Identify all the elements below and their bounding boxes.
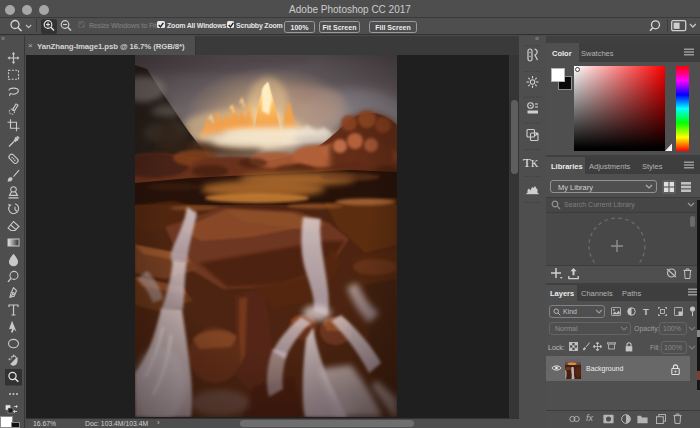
svg-text:T: T — [523, 155, 531, 170]
svg-text:K: K — [531, 158, 539, 169]
